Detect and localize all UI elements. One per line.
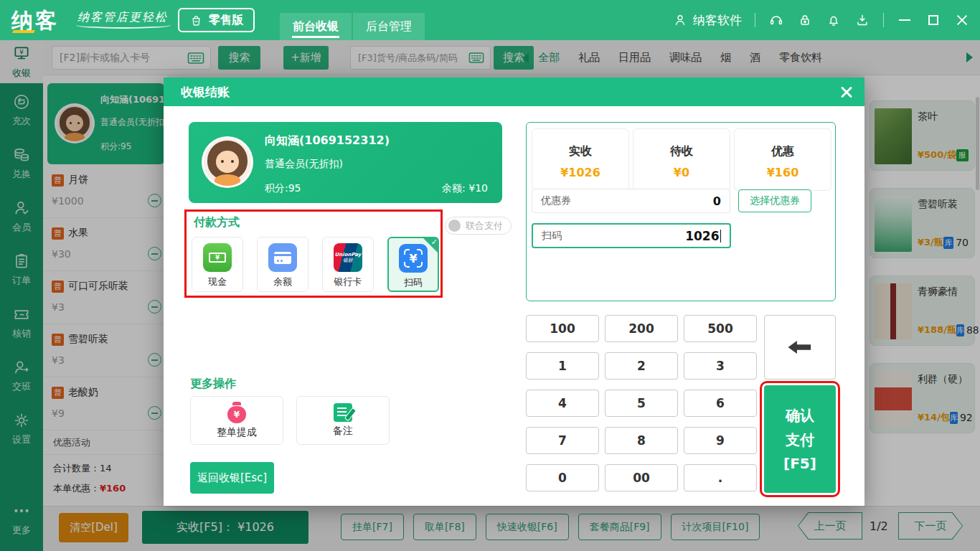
combined-payment-label: 联合支付 [466,220,503,232]
numpad-key-2[interactable]: 2 [605,352,678,380]
amount-summary-box: 实收 ¥1026 待收 ¥0 优惠 ¥160 优惠券 0 选择优惠券 扫码 10… [526,122,836,301]
numpad-key-3[interactable]: 3 [684,352,757,380]
numpad-key-100[interactable]: 100 [526,315,599,342]
scan-pay-icon: ¥ [399,244,428,273]
payment-method-balance[interactable]: 余额 [257,237,308,292]
tab-label: 后台管理 [366,19,412,34]
back-to-cashier-button[interactable]: 返回收银[Esc] [190,462,274,494]
stat-value: ¥1026 [532,166,628,179]
topbar-right-cluster: 纳客软件 [673,0,970,40]
numpad-key-6[interactable]: 6 [684,390,757,417]
balance-card-icon [268,243,297,272]
modal-close-icon[interactable] [840,85,853,98]
numpad-key-0[interactable]: 0 [526,464,599,491]
top-bar: 纳客 纳客管店更轻松 零售版 前台收银 后台管理 纳客软件 [0,0,980,40]
money-bag-icon: ¥ [227,406,246,423]
download-icon[interactable] [854,12,870,28]
edition-label: 零售版 [209,13,243,28]
combined-payment-toggle[interactable]: 联合支付 [445,217,512,235]
account-name: 纳客软件 [693,12,742,29]
scan-amount-field[interactable]: 扫码 1026 [532,223,731,248]
numpad-key-8[interactable]: 8 [605,427,678,454]
payment-method-tiles: ¥ 现金 余额 UnionPay 银联 银行卡 ¥ 扫码 [192,237,439,292]
stat-discount: 优惠 ¥160 [734,128,831,191]
member-name: 向知涵(1069152312) [265,133,390,149]
lock-icon[interactable] [797,12,813,28]
tab-front-cashier[interactable]: 前台收银 [280,13,352,40]
stat-received: 实收 ¥1026 [532,128,629,191]
payment-methods-title: 付款方式 [194,215,240,230]
numpad-key-4[interactable]: 4 [526,390,599,417]
numpad-key-500[interactable]: 500 [684,315,757,342]
payment-method-label: 现金 [208,276,227,288]
stat-label: 优惠 [735,144,831,159]
backspace-button[interactable] [764,315,836,380]
numpad-key-200[interactable]: 200 [605,315,678,342]
pos-app: 纳客 纳客管店更轻松 零售版 前台收银 后台管理 纳客软件 [0,0,980,551]
numpad-key-9[interactable]: 9 [684,427,757,454]
more-op-label: 整单提成 [217,426,257,439]
numpad-key-7[interactable]: 7 [526,427,599,454]
divider [755,13,755,27]
backspace-arrow-icon [788,339,812,355]
toggle-knob [448,220,461,232]
brand-slogan-underline [76,22,171,29]
notifications-bell-icon[interactable] [826,12,842,28]
coupon-field[interactable]: 优惠券 0 [532,189,730,213]
more-op-label: 备注 [333,425,353,438]
shopping-bag-icon [189,14,203,27]
stat-value: ¥160 [735,166,831,179]
member-avatar [202,136,253,188]
whole-order-commission-button[interactable]: ¥ 整单提成 [190,396,283,445]
account-menu[interactable]: 纳客软件 [673,12,742,29]
choose-coupon-label: 选择优惠券 [750,194,800,207]
confirm-line: [F5] [783,455,816,472]
tab-back-office[interactable]: 后台管理 [353,13,425,40]
more-operations-title: 更多操作 [190,377,236,392]
close-button[interactable] [954,12,970,28]
stat-label: 待收 [633,144,730,159]
text-caret [720,230,722,242]
modal-title: 收银结账 [181,84,230,100]
confirm-pay-button[interactable]: 确认 支付 [F5] [764,385,836,493]
back-to-cashier-label: 返回收银[Esc] [197,471,267,485]
payment-method-scan[interactable]: ¥ 扫码 [387,237,439,292]
remark-button[interactable]: 备注 [296,396,390,445]
user-icon [673,13,687,27]
support-headset-icon[interactable] [768,12,784,28]
numpad-key-1[interactable]: 1 [526,352,599,380]
member-balance: 余额: ¥10 [442,182,488,195]
unionpay-icon: UnionPay 银联 [334,243,362,272]
numpad-key-00[interactable]: 00 [605,464,678,491]
payment-method-label: 余额 [273,276,292,288]
coupon-label: 优惠券 [541,194,713,207]
numpad: 100 200 500 1 2 3 4 5 6 7 8 9 0 00 . [526,315,757,491]
modal-member-card: 向知涵(1069152312) 普通会员(无折扣) 积分:95 余额: ¥10 [189,122,502,203]
stat-label: 实收 [532,144,628,159]
numpad-key-5[interactable]: 5 [605,390,678,417]
numpad-key-dot[interactable]: . [684,464,757,491]
member-level: 普通会员(无折扣) [265,158,343,171]
maximize-button[interactable] [925,12,941,28]
payment-method-bankcard[interactable]: UnionPay 银联 银行卡 [322,237,374,292]
scan-field-label: 扫码 [542,230,685,242]
choose-coupon-button[interactable]: 选择优惠券 [738,189,811,212]
coupon-value: 0 [713,194,721,208]
brand-logo-accent [12,30,35,33]
minimize-button[interactable] [897,12,913,28]
stat-value: ¥0 [633,166,730,179]
stat-due: 待收 ¥0 [633,128,730,191]
confirm-line: 确认 [786,406,814,425]
divider [883,13,884,27]
note-pen-icon [334,403,352,422]
confirm-line: 支付 [786,430,814,450]
member-points: 积分:95 [265,182,301,195]
edition-button[interactable]: 零售版 [178,8,255,32]
checkout-modal: 收银结账 向知涵(1069152312) 普通会员(无折扣) 积分:95 余额:… [164,77,864,506]
payment-method-cash[interactable]: ¥ 现金 [192,237,243,292]
scan-field-value: 1026 [685,229,719,243]
payment-method-label: 扫码 [404,276,423,289]
payment-method-label: 银行卡 [334,276,362,288]
cash-icon: ¥ [203,243,232,272]
tab-label: 前台收银 [293,19,339,34]
